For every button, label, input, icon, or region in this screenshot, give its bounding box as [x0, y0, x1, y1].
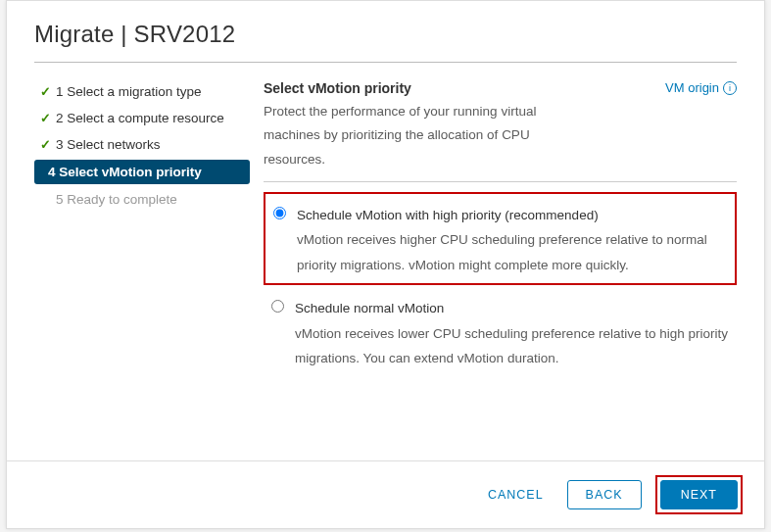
step-5-ready-complete: 5 Ready to complete [34, 188, 250, 211]
migrate-dialog: Migrate | SRV2012 ✓ 1 Select a migration… [6, 0, 765, 529]
back-button[interactable]: BACK [567, 480, 642, 509]
step-label: 5 Ready to complete [56, 192, 177, 207]
step-label: 2 Select a compute resource [56, 111, 224, 125]
radio-wrap [271, 297, 295, 316]
main-panel: Select vMotion priority VM origin i Prot… [250, 80, 737, 460]
info-icon: i [723, 81, 737, 95]
check-icon: ✓ [40, 84, 56, 99]
dialog-footer: CANCEL BACK NEXT [7, 460, 764, 528]
option-high-priority-block: Schedule vMotion with high priority (rec… [264, 192, 737, 286]
step-2-compute-resource[interactable]: ✓ 2 Select a compute resource [34, 107, 250, 129]
section-description: Protect the performance of your running … [264, 100, 567, 171]
step-label: 4 Select vMotion priority [48, 165, 202, 179]
vm-origin-link[interactable]: VM origin i [665, 80, 737, 95]
wizard-steps: ✓ 1 Select a migration type ✓ 2 Select a… [34, 80, 250, 460]
check-icon: ✓ [40, 137, 56, 152]
dialog-header: Migrate | SRV2012 [7, 1, 764, 58]
divider [264, 181, 737, 182]
next-highlight: NEXT [655, 475, 743, 514]
cancel-button[interactable]: CANCEL [478, 480, 554, 509]
next-button[interactable]: NEXT [660, 480, 738, 509]
step-label: 1 Select a migration type [56, 84, 202, 99]
option-description: vMotion receives higher CPU scheduling p… [297, 227, 727, 277]
radio-normal[interactable] [271, 300, 284, 313]
option-title: Schedule vMotion with high priority (rec… [297, 204, 727, 227]
radio-high-priority[interactable] [273, 207, 286, 219]
step-label: 3 Select networks [56, 137, 161, 152]
step-1-migration-type[interactable]: ✓ 1 Select a migration type [34, 80, 250, 103]
dialog-title: Migrate | SRV2012 [34, 21, 737, 48]
radio-wrap [273, 204, 297, 223]
step-4-vmotion-priority[interactable]: 4 Select vMotion priority [34, 160, 250, 184]
option-normal-block: Schedule normal vMotion vMotion receives… [264, 293, 737, 379]
section-title: Select vMotion priority [264, 80, 411, 96]
check-icon: ✓ [40, 111, 56, 125]
dialog-body: ✓ 1 Select a migration type ✓ 2 Select a… [7, 63, 764, 460]
main-header-row: Select vMotion priority VM origin i [264, 80, 737, 96]
option-title: Schedule normal vMotion [295, 297, 729, 320]
vm-origin-label: VM origin [665, 80, 719, 95]
option-description: vMotion receives lower CPU scheduling pr… [295, 321, 729, 371]
step-3-networks[interactable]: ✓ 3 Select networks [34, 133, 250, 156]
